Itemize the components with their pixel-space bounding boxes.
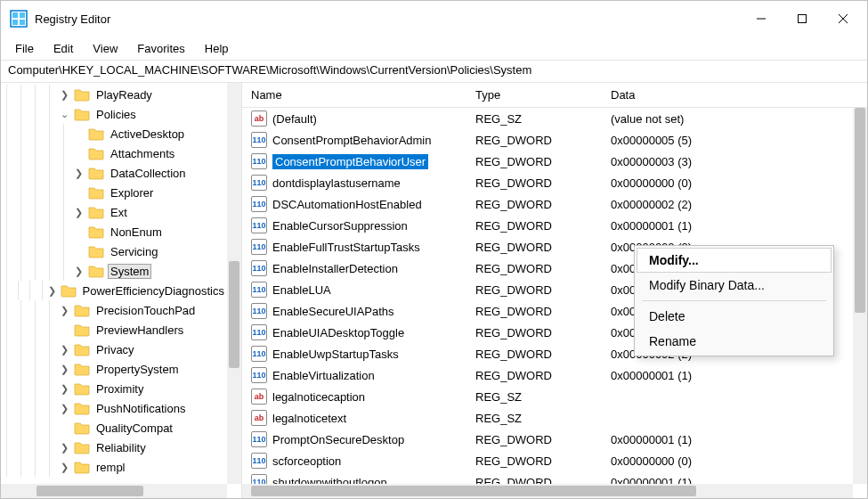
tree-item[interactable]: ❯PowerEfficiencyDiagnostics [1,281,227,300]
maximize-button[interactable] [782,1,823,37]
value-row[interactable]: ablegalnoticetextREG_SZ [242,407,853,429]
tree-item[interactable]: ❯rempl [1,457,227,477]
scrollbar-thumb[interactable] [37,486,143,496]
folder-icon [74,87,90,102]
menu-edit[interactable]: Edit [45,39,82,58]
main-area: ❯PlayReady⌄PoliciesActiveDesktopAttachme… [1,83,867,498]
value-row[interactable]: 110DSCAutomationHostEnabledREG_DWORD0x00… [242,193,853,215]
folder-icon [88,205,104,219]
address-bar[interactable]: Computer\HKEY_LOCAL_MACHINE\SOFTWARE\Mic… [1,60,867,83]
key-tree[interactable]: ❯PlayReady⌄PoliciesActiveDesktopAttachme… [1,83,227,477]
value-row[interactable]: 110scforceoptionREG_DWORD0x00000000 (0) [242,450,853,471]
value-name: dontdisplaylastusername [272,176,401,190]
minimize-button[interactable] [741,1,782,37]
value-row[interactable]: 110ConsentPromptBehaviorAdminREG_DWORD0x… [242,129,853,151]
list-horizontal-scrollbar[interactable] [242,484,853,498]
expand-icon[interactable]: ❯ [58,403,70,414]
value-row[interactable]: 110ConsentPromptBehaviorUserREG_DWORD0x0… [242,151,853,172]
menubar: File Edit View Favorites Help [1,37,867,60]
menu-help[interactable]: Help [196,39,238,58]
value-type: REG_DWORD [466,476,602,485]
tree-item[interactable]: ❯Proximity [1,379,227,398]
value-row[interactable]: 110EnableVirtualizationREG_DWORD0x000000… [242,364,853,386]
scrollbar-thumb[interactable] [855,108,865,313]
expand-icon[interactable]: ❯ [72,207,85,218]
value-type-icon: 110 [251,217,267,233]
tree-item-label: rempl [93,460,128,475]
column-header-type[interactable]: Type [466,85,602,105]
value-row[interactable]: 110PromptOnSecureDesktopREG_DWORD0x00000… [242,429,853,450]
value-type: REG_DWORD [466,326,602,339]
value-type-icon: 110 [251,324,267,340]
tree-pane: ❯PlayReady⌄PoliciesActiveDesktopAttachme… [1,83,242,498]
tree-item[interactable]: QualityCompat [1,418,227,438]
tree-item[interactable]: ⌄Policies [1,104,227,124]
value-row[interactable]: 110dontdisplaylastusernameREG_DWORD0x000… [242,172,853,193]
tree-item[interactable]: ❯PushNotifications [1,398,227,418]
list-vertical-scrollbar[interactable] [853,108,867,484]
value-row[interactable]: ab(Default)REG_SZ(value not set) [242,108,853,129]
tree-item[interactable]: ❯System [1,261,227,281]
scrollbar-thumb[interactable] [229,261,239,368]
tree-item[interactable]: ❯Reliability [1,438,227,457]
tree-item[interactable]: Attachments [1,143,227,163]
close-button[interactable] [823,1,864,37]
tree-item[interactable]: ❯PropertySystem [1,359,227,379]
menu-view[interactable]: View [84,39,126,58]
scrollbar-thumb[interactable] [251,486,696,496]
tree-item-label: Privacy [93,342,137,357]
tree-item-label: Proximity [93,381,146,397]
folder-icon [88,264,104,278]
tree-item[interactable]: Explorer [1,183,227,202]
tree-item-label: PrecisionTouchPad [93,303,198,318]
tree-item[interactable]: ❯DataCollection [1,163,227,183]
expand-icon[interactable]: ❯ [58,344,70,356]
tree-item-label: PushNotifications [93,401,188,416]
value-row[interactable]: 110shutdownwithoutlogonREG_DWORD0x000000… [242,471,853,484]
folder-icon [74,381,90,396]
tree-item[interactable]: NonEnum [1,222,227,241]
expand-icon[interactable]: ❯ [72,168,85,179]
value-row[interactable]: 110EnableCursorSuppressionREG_DWORD0x000… [242,215,853,236]
expand-icon[interactable]: ❯ [58,442,70,454]
tree-horizontal-scrollbar[interactable] [1,484,227,498]
value-name-cell: 110EnableSecureUIAPaths [242,303,466,319]
expand-icon[interactable]: ⌄ [58,109,70,120]
context-menu-modify[interactable]: Modify... [637,248,831,273]
tree-item[interactable]: ❯PrecisionTouchPad [1,300,227,320]
tree-item[interactable]: ❯Ext [1,202,227,222]
menu-file[interactable]: File [6,39,43,58]
value-name-cell: 110EnableInstallerDetection [242,260,466,276]
tree-item[interactable]: ❯Privacy [1,339,227,359]
value-name: EnableCursorSuppression [272,219,408,233]
svg-rect-1 [12,12,18,18]
expand-icon[interactable]: ❯ [58,462,70,473]
column-header-data[interactable]: Data [602,85,867,105]
menu-favorites[interactable]: Favorites [128,39,193,58]
tree-item[interactable]: ❯PlayReady [1,85,227,104]
value-type-icon: 110 [251,431,267,447]
expand-icon[interactable]: ❯ [58,305,70,316]
value-row[interactable]: ablegalnoticecaptionREG_SZ [242,386,853,407]
value-name-cell: 110EnableVirtualization [242,367,466,383]
value-type: REG_DWORD [466,134,602,147]
value-name: legalnoticetext [272,412,346,425]
tree-item[interactable]: Servicing [1,241,227,261]
value-name-cell: 110ConsentPromptBehaviorAdmin [242,132,466,148]
expand-icon[interactable]: ❯ [48,285,57,297]
context-menu-delete[interactable]: Delete [637,304,831,329]
context-menu-rename[interactable]: Rename [637,329,831,354]
tree-item[interactable]: ActiveDesktop [1,124,227,143]
value-name: scforceoption [272,454,341,468]
expand-icon[interactable]: ❯ [58,383,70,395]
value-data: 0x00000001 (1) [602,369,853,382]
tree-item-label: ActiveDesktop [108,127,187,142]
column-header-name[interactable]: Name [242,85,466,105]
expand-icon[interactable]: ❯ [58,364,70,375]
value-type-icon: 110 [251,303,267,319]
context-menu-modify-binary[interactable]: Modify Binary Data... [637,273,831,298]
tree-item[interactable]: PreviewHandlers [1,320,227,339]
tree-vertical-scrollbar[interactable] [227,83,241,484]
expand-icon[interactable]: ❯ [72,266,85,277]
expand-icon[interactable]: ❯ [58,89,70,101]
